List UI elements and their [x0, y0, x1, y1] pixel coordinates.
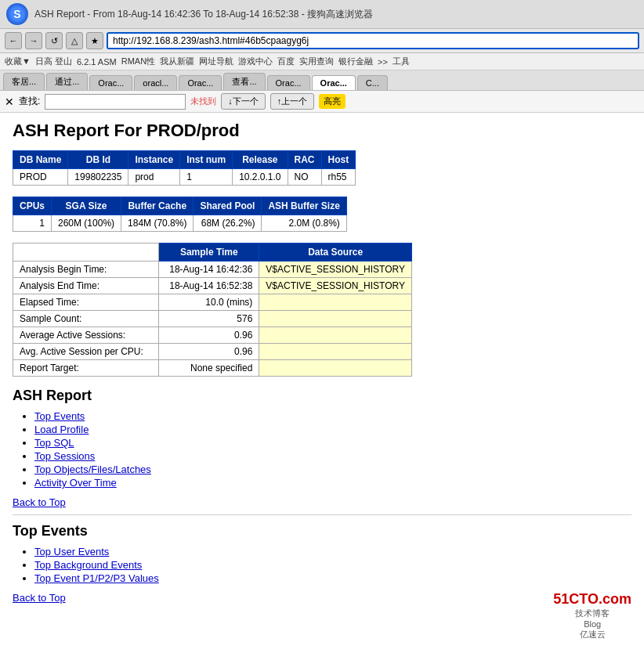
bm-more[interactable]: >>	[378, 57, 388, 67]
db-info-header-rac: RAC	[288, 151, 321, 169]
aascpu-label: Avg. Active Session per CPU:	[13, 344, 159, 360]
bm-9[interactable]: 银行金融	[338, 56, 373, 67]
bm-2[interactable]: 6.2.1 ASM	[77, 57, 117, 67]
mem-header-sga: SGA Size	[52, 197, 121, 215]
link-top-sessions[interactable]: Top Sessions	[34, 450, 95, 462]
back-to-top-1: Back to Top	[13, 496, 631, 508]
browser-logo: S	[6, 3, 28, 25]
sga-cell: 260M (100%)	[52, 215, 121, 232]
bm-6[interactable]: 游戏中心	[238, 56, 273, 67]
bm-3[interactable]: RMAN性	[121, 56, 155, 67]
tab-7[interactable]: Orac...	[312, 75, 356, 90]
timing-row-target: Report Target: None specified	[13, 360, 412, 377]
link-top-user-events[interactable]: Top User Events	[34, 546, 109, 557]
find-input[interactable]	[45, 94, 186, 110]
db-info-header-dbname: DB Name	[13, 151, 68, 169]
bm-7[interactable]: 百度	[277, 56, 295, 67]
tab-0[interactable]: 客居...	[3, 73, 45, 90]
memory-stats-table: CPUs SGA Size Buffer Cache Shared Pool A…	[13, 197, 347, 232]
buffer-cell: 184M (70.8%)	[121, 215, 194, 232]
bm-5[interactable]: 网址导航	[199, 56, 233, 67]
tab-5[interactable]: 查看...	[223, 73, 265, 90]
timing-row-begin: Analysis Begin Time: 18-Aug-14 16:42:36 …	[13, 262, 412, 278]
timing-row-end: Analysis End Time: 18-Aug-14 16:52:38 V$…	[13, 278, 412, 294]
top-events-section-title: Top Events	[13, 523, 631, 539]
bm-1[interactable]: 日高 登山	[35, 56, 72, 67]
mem-header-ash: ASH Buffer Size	[262, 197, 346, 215]
watermark-sub1: 技术博客	[553, 608, 631, 618]
target-label: Report Target:	[13, 360, 159, 377]
ash-report-links: Top Events Load Profile Top SQL Top Sess…	[13, 410, 631, 489]
link-top-objects[interactable]: Top Objects/Files/Latches	[34, 464, 151, 475]
elapsed-label: Elapsed Time:	[13, 294, 159, 311]
back-to-top-link-2[interactable]: Back to Top	[13, 592, 66, 604]
begin-label: Analysis Begin Time:	[13, 262, 159, 278]
divider-1	[13, 514, 631, 515]
bm-favorites[interactable]: 收藏▼	[5, 56, 31, 67]
home-button[interactable]: △	[66, 32, 83, 49]
bm-4[interactable]: 我从新疆	[160, 56, 194, 67]
link-load-profile[interactable]: Load Profile	[34, 424, 89, 435]
timing-row-elapsed: Elapsed Time: 10.0 (mins)	[13, 294, 412, 311]
link-top-events[interactable]: Top Events	[34, 410, 85, 422]
find-highlight-button[interactable]: 高亮	[319, 94, 346, 109]
cpus-cell: 1	[13, 215, 52, 232]
target-value: None specified	[159, 360, 259, 377]
instnum-cell: 1	[180, 169, 233, 186]
tab-6[interactable]: Orac...	[267, 75, 310, 90]
tab-2[interactable]: Orac...	[89, 75, 132, 90]
link-top-event-p1p2p3[interactable]: Top Event P1/P2/P3 Values	[34, 572, 159, 584]
shared-cell: 68M (26.2%)	[194, 215, 262, 232]
samplecount-value: 576	[159, 311, 259, 327]
forward-button[interactable]: →	[25, 32, 42, 49]
db-info-header-release: Release	[233, 151, 288, 169]
link-top-sql[interactable]: Top SQL	[34, 437, 74, 449]
aas-value: 0.96	[159, 327, 259, 344]
end-source: V$ACTIVE_SESSION_HISTORY	[259, 278, 412, 294]
mem-header-cpus: CPUs	[13, 197, 52, 215]
timing-header-datasource: Data Source	[259, 244, 412, 262]
aascpu-value: 0.96	[159, 344, 259, 360]
elapsed-value: 10.0 (mins)	[159, 294, 259, 311]
timing-header-empty	[13, 244, 159, 262]
release-cell: 10.2.0.1.0	[233, 169, 288, 186]
tab-1[interactable]: 通过...	[46, 73, 88, 90]
mem-header-buffer: Buffer Cache	[121, 197, 194, 215]
elapsed-source	[259, 294, 412, 311]
link-top-background-events[interactable]: Top Background Events	[34, 559, 142, 571]
tab-3[interactable]: oracl...	[134, 75, 177, 90]
aas-source	[259, 327, 412, 344]
db-info-row: PROD 199802235 prod 1 10.2.0.1.0 NO rh55	[13, 169, 356, 186]
refresh-button[interactable]: ↺	[45, 32, 63, 49]
top-events-links: Top User Events Top Background Events To…	[13, 546, 631, 584]
bm-tools[interactable]: 工具	[393, 56, 410, 67]
db-info-header-dbid: DB Id	[68, 151, 128, 169]
end-label: Analysis End Time:	[13, 278, 159, 294]
find-label: 查找:	[19, 95, 40, 108]
db-info-header-instnum: Inst num	[180, 151, 233, 169]
end-value: 18-Aug-14 16:52:38	[159, 278, 259, 294]
mem-header-shared: Shared Pool	[194, 197, 262, 215]
back-button[interactable]: ←	[5, 32, 22, 49]
find-bar: ✕ 查找: 未找到 ↓下一个 ↑上一个 高亮	[0, 91, 644, 113]
timing-header-sample: Sample Time	[159, 244, 259, 262]
link-activity-over-time[interactable]: Activity Over Time	[34, 477, 117, 489]
db-id-cell: 199802235	[68, 169, 128, 186]
back-to-top-2: Back to Top	[13, 592, 631, 604]
tab-4[interactable]: Orac...	[179, 75, 222, 90]
begin-value: 18-Aug-14 16:42:36	[159, 262, 259, 278]
find-prev-button[interactable]: ↑上一个	[270, 93, 315, 110]
watermark: 51CTO.com 技术博客 Blog 亿速云	[553, 591, 631, 618]
bookmark-button[interactable]: ★	[86, 32, 103, 49]
rac-cell: NO	[288, 169, 321, 186]
tab-8[interactable]: C...	[357, 75, 388, 90]
bm-8[interactable]: 实用查询	[299, 56, 334, 67]
find-next-button[interactable]: ↓下一个	[221, 93, 266, 110]
samplecount-source	[259, 311, 412, 327]
address-bar[interactable]	[107, 32, 639, 49]
close-find-icon[interactable]: ✕	[5, 96, 14, 108]
report-title: ASH Report For PROD/prod	[13, 121, 631, 141]
back-to-top-link-1[interactable]: Back to Top	[13, 496, 66, 508]
tabs-bar: 客居... 通过... Orac... oracl... Orac... 查看.…	[0, 70, 644, 91]
ash-report-section-title: ASH Report	[13, 388, 631, 404]
